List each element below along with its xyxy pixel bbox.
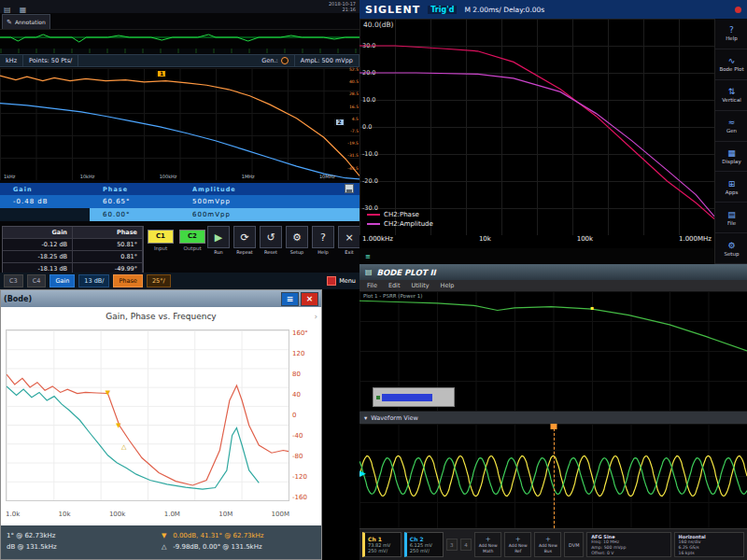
add-math-button[interactable]: + Add New Math [474, 532, 501, 557]
time-cursor[interactable] [554, 424, 555, 528]
c4-button[interactable]: C4 [27, 274, 47, 287]
table-row[interactable]: -0.12 dB 50.81° [3, 239, 143, 251]
output-channel-button[interactable]: C2 Output [179, 230, 205, 251]
menu-edit[interactable]: Edit [388, 282, 401, 289]
sidebar-label: Bode Plot [719, 66, 743, 72]
record-icon[interactable] [735, 7, 741, 13]
points-setting[interactable]: Points: 50 Pts/ [23, 55, 78, 66]
siglent-sidebar: ? Help ∿ Bode Plot ⇅ Vertical ≈ Gen ▦ Di… [714, 19, 747, 264]
sidebar-label: Help [726, 35, 738, 41]
ch4-button[interactable]: 4 [460, 539, 472, 551]
list-icon[interactable]: ≡ [365, 253, 371, 260]
repeat-button[interactable]: ⟳ Repeat [233, 226, 256, 255]
sidebar-item-apps[interactable]: ⊞ Apps [715, 172, 747, 203]
grid-icon[interactable]: ▦ [20, 6, 27, 14]
sidebar-item-file[interactable]: ▤ File [715, 203, 747, 233]
gain-phase-chart[interactable]: ▼▼△ [6, 329, 289, 501]
table-row[interactable]: -18.25 dB 0.81° [3, 251, 143, 263]
add-bus-button[interactable]: + Add New Bus [534, 532, 561, 557]
timebase-ticks [0, 49, 359, 53]
measurement-readout: Gain Phase Amplitude -0.48 dB 60.65° 500… [0, 183, 359, 222]
reset-button[interactable]: ↺ Reset [260, 226, 282, 255]
exit-label: Exit [338, 249, 359, 255]
setup-button[interactable]: ⚙ Setup [286, 226, 308, 255]
display-icon: ▦ [727, 148, 736, 158]
marker-phase-131k[interactable]: △ [121, 444, 126, 451]
marker-1-flag[interactable]: 1 [157, 70, 166, 77]
window-close-button[interactable]: × [301, 292, 318, 306]
horizontal-info-box[interactable]: Horizontal 160 ns/div 6.25 GS/s 16 kpts [674, 532, 744, 557]
ch2-badge[interactable]: Ch 2 6.125 mV 250 mV/ [404, 532, 444, 557]
channel-select: C1 Input C2 Output [148, 230, 205, 251]
help-label: Help [312, 249, 334, 255]
marker-table-header: Gain Phase [3, 227, 143, 239]
help-button[interactable]: ? Help [312, 226, 334, 255]
gain-scale-value[interactable]: 13 dB/ [78, 274, 109, 287]
c1-badge: C1 [148, 230, 174, 244]
filled-triangle-icon: ▼ [162, 530, 171, 541]
window-list-button[interactable]: ≡ [281, 292, 299, 306]
amplitude-setting[interactable]: AmpL: 500 mVpp [295, 55, 359, 66]
ch3-button[interactable]: 3 [446, 539, 458, 551]
sidebar-item-gen[interactable]: ≈ Gen [715, 111, 747, 142]
phase-scale-label[interactable]: Phase [113, 274, 142, 287]
bode-plot-area[interactable]: 52.540.5 28.516.5 4.5-7.5 -19.5-31.5 -43… [0, 68, 359, 180]
marker-gain-62k[interactable]: ▼ [106, 390, 110, 397]
menu-icon [327, 276, 336, 286]
repeat-label: Repeat [233, 249, 256, 255]
window-icon: ▤ [365, 268, 373, 276]
menu-button[interactable]: Menu [327, 276, 356, 286]
plus-icon: + [486, 536, 491, 543]
exit-button[interactable]: × Exit [338, 226, 359, 255]
readout-row-2[interactable]: 60.00° 600mVpp [0, 208, 359, 221]
save-icon[interactable] [345, 184, 354, 193]
window-titlebar[interactable]: (Bode) ≡ × [1, 290, 321, 307]
waveform-view[interactable]: ▶ [359, 424, 747, 528]
input-label: Input [148, 245, 174, 251]
chevron-right-icon[interactable]: › [314, 312, 317, 321]
col-gain: Gain [3, 227, 73, 238]
sidebar-item-bode-plot[interactable]: ∿ Bode Plot [715, 49, 747, 80]
run-button[interactable]: ▶ Run [207, 226, 230, 255]
pencil-icon: ✎ [7, 19, 12, 26]
cell: 0.81° [73, 251, 143, 262]
menu-file[interactable]: File [367, 282, 377, 289]
phase-scale-value[interactable]: 25°/ [147, 274, 171, 287]
c3-button[interactable]: C3 [4, 274, 23, 287]
CH2:Amplitude-polyline [359, 73, 714, 217]
gen-setting[interactable]: Gen.: [256, 55, 294, 66]
ch1-badge[interactable]: Ch 1 73.82 mV 250 mV/ [362, 532, 402, 557]
menu-utility[interactable]: Utility [411, 282, 429, 289]
reset-icon: ↺ [260, 226, 282, 248]
marker-gain-100k[interactable]: ▼ [116, 422, 120, 428]
sidebar-item-vertical[interactable]: ⇅ Vertical [715, 80, 747, 111]
sidebar-item-display[interactable]: ▦ Display [715, 142, 747, 173]
readout-row-1[interactable]: -0.48 dB 60.65° 500mVpp [0, 195, 359, 208]
trigger-marker-icon[interactable]: ▶ [359, 469, 366, 478]
add-ref-button[interactable]: + Add New Ref [504, 532, 531, 557]
sidebar-label: Setup [724, 251, 739, 257]
sidebar-item-help[interactable]: ? Help [715, 19, 747, 49]
siglent-bode-plot[interactable]: 40.0(dB) 30.0 20.0 10.0 0.0 -10.0 -20.0 … [359, 19, 714, 235]
waveform-view-header[interactable]: ▾ Waveform View [359, 412, 747, 424]
marker-2-flag[interactable]: 2 [335, 119, 345, 126]
afg-info-box[interactable]: AFG Sine Freq: 10 MHz Amp: 500 mVpp Offs… [586, 532, 670, 557]
amplitude-value: 500mVpp [179, 198, 291, 205]
readout-col-phase: Phase [90, 186, 179, 193]
cursor-marker[interactable]: ▪ [590, 305, 594, 311]
timebase-readout[interactable]: M 2.00ms/ Delay:0.00s [464, 6, 544, 14]
window-icon[interactable]: ▤ [4, 6, 11, 14]
menu-help[interactable]: Help [441, 282, 455, 289]
gain-scale-label[interactable]: Gain [49, 274, 75, 287]
window-titlebar[interactable]: ▤ BODE PLOT II [359, 264, 747, 280]
trigger-status-badge: Trig'd [428, 6, 457, 14]
cursor-handle[interactable] [550, 424, 557, 429]
marker-readout: -9.98dB, 0.00° @ 131.5kHz [173, 543, 261, 551]
bode-window-body: Gain, Phase vs. Frequency › ▼▼△ 160°120 … [1, 307, 321, 525]
input-channel-button[interactable]: C1 Input [148, 230, 174, 251]
dvm-button[interactable]: DVM [564, 532, 584, 557]
annotation-button[interactable]: ✎ Annotation [2, 14, 50, 30]
gen-label: Gen.: [261, 57, 277, 64]
help-icon: ? [729, 25, 734, 35]
sidebar-item-setup[interactable]: ⚙ Setup [715, 233, 747, 264]
